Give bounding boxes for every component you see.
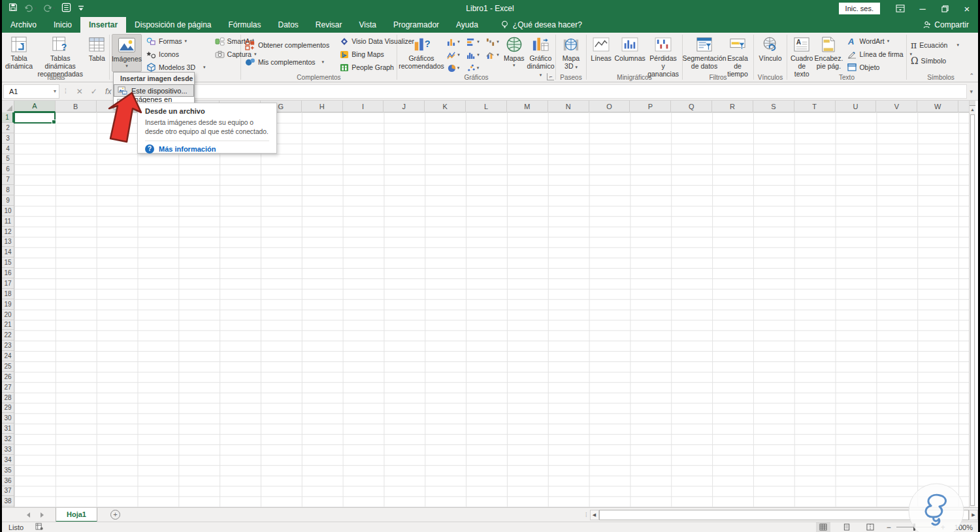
column-header-T[interactable]: T — [794, 101, 836, 112]
horizontal-scroll-thumb[interactable] — [599, 510, 969, 520]
row-header-36[interactable]: 36 — [2, 476, 14, 486]
column-header-Q[interactable]: Q — [671, 101, 712, 112]
tab-disposición-de-página[interactable]: Disposición de página — [126, 17, 220, 33]
column-header-V[interactable]: V — [876, 101, 917, 112]
row-header-7[interactable]: 7 — [2, 175, 14, 185]
scroll-up-icon[interactable]: ▲ — [970, 106, 975, 114]
share-button[interactable]: Compartir — [923, 17, 969, 33]
zoom-slider-thumb[interactable] — [913, 524, 915, 531]
page-break-view-button[interactable] — [863, 522, 877, 532]
link-button[interactable]: Vínculo — [756, 34, 785, 63]
table-button[interactable]: Tabla — [86, 34, 107, 63]
map-3d-button[interactable]: Mapa 3D ▾ — [558, 34, 584, 71]
tab-fórmulas[interactable]: Fórmulas — [220, 17, 269, 33]
formula-bar-splitter[interactable]: ⁞ — [65, 88, 67, 95]
row-header-30[interactable]: 30 — [2, 413, 14, 424]
row-header-14[interactable]: 14 — [2, 247, 14, 258]
combo-chart-button[interactable]: ▾ — [483, 48, 502, 61]
recommended-pivots-button[interactable]: ? Tablas dinámicas recomendadas — [34, 34, 86, 78]
row-header-34[interactable]: 34 — [2, 455, 14, 465]
column-chart-button[interactable]: ▾ — [444, 35, 463, 48]
row-header-12[interactable]: 12 — [2, 227, 14, 237]
row-header-11[interactable]: 11 — [2, 216, 14, 227]
row-header-27[interactable]: 27 — [2, 382, 14, 393]
column-header-I[interactable]: I — [343, 101, 384, 112]
images-button[interactable]: Imágenes ▾ — [112, 34, 142, 72]
scatter-chart-button[interactable]: ▾ — [463, 61, 483, 75]
pivot-table-button[interactable]: Tabla dinámica — [4, 34, 34, 71]
tab-archivo[interactable]: Archivo — [2, 17, 45, 33]
zoom-in-icon[interactable]: + — [941, 523, 945, 532]
vertical-split-handle[interactable] — [970, 101, 975, 106]
row-header-31[interactable]: 31 — [2, 424, 14, 434]
page-layout-view-button[interactable] — [840, 522, 854, 532]
sheet-nav-left-icon[interactable] — [27, 512, 30, 518]
formula-bar-expand-icon[interactable]: ▾ — [970, 88, 973, 95]
row-header-13[interactable]: 13 — [2, 237, 14, 248]
tab-datos[interactable]: Datos — [270, 17, 307, 33]
column-header-B[interactable]: B — [56, 101, 97, 112]
pivotchart-button[interactable]: Gráfico dinámico ▾ — [526, 34, 556, 78]
icons-button[interactable]: Iconos — [144, 48, 208, 61]
column-header-A[interactable]: A — [14, 101, 56, 112]
scroll-right-icon[interactable]: ▶ — [969, 510, 978, 520]
histogram-chart-button[interactable]: ▾ — [463, 48, 483, 61]
recommended-charts-button[interactable]: ? Gráficos recomendados — [399, 34, 444, 71]
horizontal-split-handle[interactable]: ⁞ — [585, 512, 587, 518]
row-header-26[interactable]: 26 — [2, 372, 14, 382]
symbol-button[interactable]: Ω Símbolo — [909, 53, 961, 69]
sheet-nav-right-icon[interactable] — [41, 512, 44, 518]
zoom-out-icon[interactable]: − — [887, 523, 891, 532]
column-header-M[interactable]: M — [507, 101, 548, 112]
row-header-5[interactable]: 5 — [2, 154, 14, 165]
collapse-ribbon-icon[interactable]: ⌃ — [969, 73, 974, 79]
row-header-4[interactable]: 4 — [2, 144, 14, 154]
line-chart-button[interactable]: ▾ — [444, 48, 463, 61]
column-header-U[interactable]: U — [836, 101, 877, 112]
column-header-P[interactable]: P — [630, 101, 671, 112]
shapes-button[interactable]: Formas▾ — [144, 35, 208, 48]
sparkline-winloss-button[interactable]: Pérdidas y ganancias — [646, 34, 680, 78]
column-header-N[interactable]: N — [548, 101, 589, 112]
wordart-button[interactable]: A WordArt▾ — [845, 35, 914, 48]
header-footer-button[interactable]: Encabez. pie pág. — [814, 34, 843, 71]
customize-qat-button[interactable] — [78, 5, 84, 12]
waterfall-chart-button[interactable]: ▾ — [483, 35, 502, 48]
column-header-J[interactable]: J — [384, 101, 425, 112]
row-header-29[interactable]: 29 — [2, 403, 14, 414]
row-header-28[interactable]: 28 — [2, 393, 14, 403]
column-header-W[interactable]: W — [917, 101, 958, 112]
formula-input[interactable] — [120, 84, 968, 99]
sparkline-column-button[interactable]: Columnas — [613, 34, 646, 63]
row-header-2[interactable]: 2 — [2, 123, 14, 133]
tab-insertar[interactable]: Insertar — [80, 17, 126, 33]
sheet-tab-hoja1[interactable]: Hoja1 — [56, 508, 97, 522]
slicer-button[interactable]: Segmentación de datos — [685, 34, 724, 71]
row-header-23[interactable]: 23 — [2, 341, 14, 351]
row-header-20[interactable]: 20 — [2, 310, 14, 320]
select-all-corner[interactable] — [2, 101, 14, 112]
tab-inicio[interactable]: Inicio — [45, 17, 80, 33]
tab-ayuda[interactable]: Ayuda — [448, 17, 487, 33]
zoom-slider[interactable] — [896, 527, 936, 527]
scroll-left-icon[interactable]: ◀ — [590, 510, 599, 520]
sign-in-button[interactable]: Inic. ses. — [839, 3, 880, 14]
column-header-O[interactable]: O — [589, 101, 630, 112]
enter-icon[interactable]: ✓ — [87, 87, 101, 96]
tab-vista[interactable]: Vista — [351, 17, 385, 33]
selected-cell-a1[interactable] — [14, 112, 56, 124]
close-button[interactable]: × — [956, 0, 978, 17]
macro-record-icon[interactable] — [35, 523, 43, 531]
textbox-button[interactable]: A Cuadro de texto — [789, 34, 814, 78]
row-header-9[interactable]: 9 — [2, 195, 14, 206]
signature-line-button[interactable]: Línea de firma▾ — [845, 48, 914, 61]
zoom-level[interactable]: 100% — [955, 524, 973, 531]
pie-chart-button[interactable]: ▾ — [444, 61, 463, 75]
row-header-19[interactable]: 19 — [2, 299, 14, 310]
row-header-33[interactable]: 33 — [2, 444, 14, 455]
row-header-8[interactable]: 8 — [2, 185, 14, 195]
row-header-21[interactable]: 21 — [2, 320, 14, 331]
object-button[interactable]: Objeto — [845, 61, 914, 74]
minimize-button[interactable]: ─ — [911, 0, 934, 17]
row-header-38[interactable]: 38 — [2, 496, 14, 507]
